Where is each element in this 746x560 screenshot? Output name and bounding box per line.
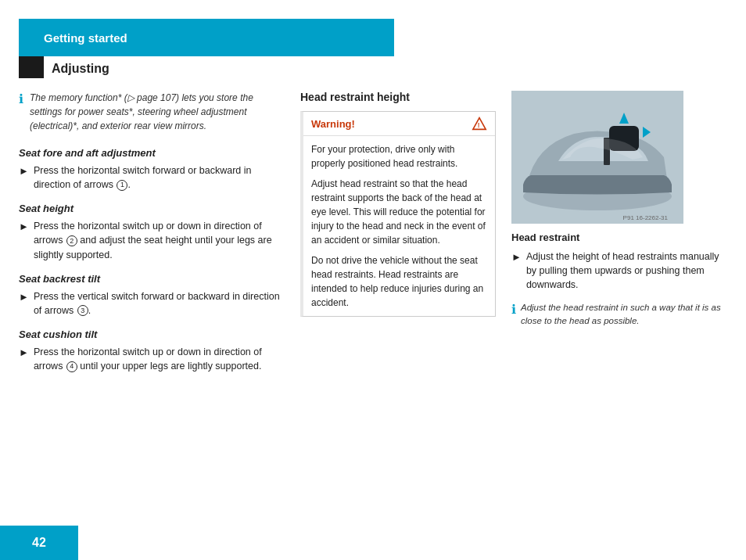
circle-4: 4 <box>66 361 77 372</box>
info-icon-2: ℹ <box>511 302 516 327</box>
head-restraint-right-title: Head restraint <box>511 232 727 243</box>
seat-fore-aft-heading: Seat fore and aft adjustment <box>19 147 285 159</box>
circle-2: 2 <box>66 235 77 246</box>
info-text: The memory function* (▷ page 107) lets y… <box>30 91 285 133</box>
seat-backrest-section: Seat backrest tilt ► Press the vertical … <box>19 273 285 318</box>
warning-label: Warning! <box>311 118 355 130</box>
head-restraint-right-section: Head restraint ► Adjust the height of he… <box>511 232 727 328</box>
seat-height-bullet: ► Press the horizontal switch up or down… <box>19 219 285 261</box>
seat-cushion-section: Seat cushion tilt ► Press the horizontal… <box>19 328 285 373</box>
seat-height-text: Press the horizontal switch up or down i… <box>34 219 285 261</box>
bullet-arrow-1: ► <box>19 164 29 192</box>
page-number: 42 <box>32 536 46 550</box>
head-restraint-text: Adjust the height of head restraints man… <box>526 249 727 292</box>
seat-fore-aft-text: Press the horizontal switch forward or b… <box>34 163 285 192</box>
seat-cushion-text: Press the horizontal switch up or down i… <box>34 345 285 373</box>
section-bar: Adjusting <box>19 56 746 78</box>
car-image: P91 16-2262-31 <box>511 91 683 224</box>
bullet-arrow-3: ► <box>19 290 29 318</box>
bullet-arrow-4: ► <box>19 346 29 373</box>
info-icon: ℹ <box>19 92 23 133</box>
head-restraint-info-text: Adjust the head restraint in such a way … <box>521 301 727 327</box>
svg-text:P91 16-2262-31: P91 16-2262-31 <box>623 214 669 221</box>
info-box: ℹ The memory function* (▷ page 107) lets… <box>19 91 285 133</box>
warning-text-1: For your protection, drive only with pro… <box>311 142 487 171</box>
svg-text:!: ! <box>478 122 480 129</box>
seat-cushion-bullet: ► Press the horizontal switch up or down… <box>19 345 285 373</box>
header-bar: Getting started <box>19 19 394 56</box>
seat-fore-aft-bullet: ► Press the horizontal switch forward or… <box>19 163 285 192</box>
middle-column: Head restraint height Warning! ! For you… <box>300 91 496 378</box>
footer: 42 <box>0 526 78 560</box>
bullet-arrow-5: ► <box>511 250 522 292</box>
seat-cushion-heading: Seat cushion tilt <box>19 328 285 340</box>
seat-backrest-text: Press the vertical switch forward or bac… <box>34 289 285 318</box>
header-title: Getting started <box>44 31 127 45</box>
circle-3: 3 <box>77 305 88 316</box>
car-illustration: P91 16-2262-31 <box>511 91 683 224</box>
warning-header: Warning! ! <box>303 112 495 136</box>
right-column: P91 16-2262-31 Head restraint ► Adjust t… <box>511 91 727 378</box>
head-restraint-info-box: ℹ Adjust the head restraint in such a wa… <box>511 301 727 327</box>
seat-backrest-bullet: ► Press the vertical switch forward or b… <box>19 289 285 318</box>
warning-text-3: Do not drive the vehicle without the sea… <box>311 253 487 310</box>
circle-1: 1 <box>117 180 127 191</box>
seat-fore-aft-section: Seat fore and aft adjustment ► Press the… <box>19 147 285 192</box>
section-title: Adjusting <box>52 62 109 76</box>
main-content: ℹ The memory function* (▷ page 107) lets… <box>0 78 746 378</box>
warning-triangle-icon: ! <box>472 117 487 131</box>
warning-body: For your protection, drive only with pro… <box>303 136 495 316</box>
warning-box: Warning! ! For your protection, drive on… <box>300 111 496 317</box>
seat-height-heading: Seat height <box>19 203 285 214</box>
seat-height-section: Seat height ► Press the horizontal switc… <box>19 203 285 261</box>
head-restraint-section-title: Head restraint height <box>300 91 496 103</box>
seat-backrest-heading: Seat backrest tilt <box>19 273 285 285</box>
left-column: ℹ The memory function* (▷ page 107) lets… <box>19 91 285 378</box>
bullet-arrow-2: ► <box>19 220 29 261</box>
warning-text-2: Adjust head restraint so that the head r… <box>311 177 487 247</box>
section-black-bar <box>19 56 44 78</box>
head-restraint-bullet: ► Adjust the height of head restraints m… <box>511 249 727 292</box>
